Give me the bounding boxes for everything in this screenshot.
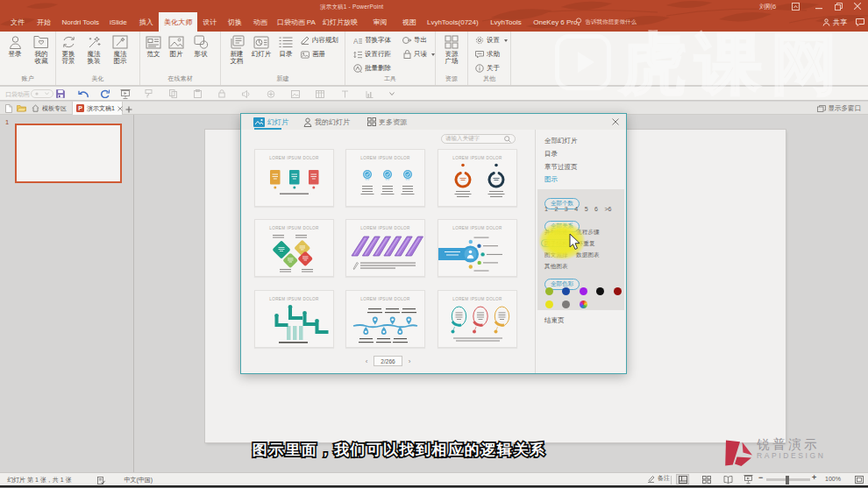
panel-divider[interactable] (133, 115, 134, 472)
qat-icon-lock[interactable] (217, 88, 227, 99)
qat-icon-speaker[interactable] (241, 88, 252, 99)
account-user-name[interactable]: 刘刚6 (759, 3, 776, 11)
sample-doc-button[interactable]: 范文 (141, 34, 166, 58)
zoom-in-button[interactable]: + (812, 473, 816, 482)
sidebar-item-all-slides[interactable]: 全部幻灯片 (544, 137, 578, 145)
undo-button[interactable] (78, 88, 89, 99)
qat-icon-format-painter[interactable] (143, 88, 153, 99)
qat-icon-shape[interactable] (266, 88, 276, 99)
template-card-5[interactable]: LOREM IPSUM DOLOR (345, 219, 425, 277)
color-dot-black[interactable] (596, 287, 604, 295)
settings-button[interactable]: 设置 (475, 36, 508, 45)
template-card-1[interactable]: LOREM IPSUM DOLOR (254, 149, 334, 207)
color-dot-green[interactable] (545, 287, 553, 295)
dialog-tab-slides[interactable]: 幻灯片 (253, 114, 288, 130)
template-card-6[interactable]: LOREM IPSUM DOLOR (438, 219, 517, 277)
magic-diagram-button[interactable]: 魔法图示 (108, 34, 132, 65)
save-button[interactable] (55, 88, 66, 99)
color-dot-rainbow[interactable] (580, 301, 587, 308)
tab-template-zone[interactable]: 模板专区 (28, 102, 70, 115)
tab-design[interactable]: 设计 (197, 12, 222, 32)
redo-button[interactable] (99, 88, 110, 99)
sidebar-item-end-pages[interactable]: 结束页 (544, 316, 565, 325)
template-card-4[interactable]: LOREM IPSUM DOLOR (254, 219, 334, 277)
count-2[interactable]: 2 (554, 206, 558, 212)
replace-font-button[interactable]: A 替换字体 (353, 36, 391, 45)
album-button[interactable]: 画册 (301, 50, 325, 59)
color-dot-darkred[interactable] (614, 287, 622, 295)
comments-icon[interactable] (856, 18, 864, 26)
tab-animations[interactable]: 动画 (248, 12, 273, 32)
new-file-icon[interactable] (4, 103, 14, 113)
qat-icon-text[interactable] (339, 88, 350, 99)
sidebar-item-diagrams[interactable]: 图示 (544, 175, 558, 184)
sidebar-item-toc[interactable]: 目录 (544, 150, 558, 159)
count-4[interactable]: 4 (574, 206, 578, 212)
qat-icon-chart[interactable] (364, 88, 374, 99)
tab-nordri-tools[interactable]: Nordri Tools (57, 12, 105, 32)
sidebar-item-section-pages[interactable]: 章节过渡页 (544, 163, 578, 172)
tab-file[interactable]: 文件 (5, 12, 30, 32)
qat-icon-paste[interactable] (192, 88, 203, 99)
minimize-button[interactable] (809, 0, 829, 12)
tab-view[interactable]: 视图 (397, 12, 422, 32)
qat-more-caret-icon[interactable] (387, 88, 397, 99)
language-status[interactable]: 中文(中国) (125, 476, 153, 484)
qat-icon-picture[interactable] (290, 88, 301, 99)
tab-review[interactable]: 审阅 (367, 12, 392, 32)
tab-lvyhtools-0724[interactable]: LvyhTools(0724) (422, 12, 484, 32)
dialog-tab-my-slides[interactable]: 我的幻灯片 (303, 114, 350, 130)
color-dot-yellow[interactable] (545, 301, 553, 308)
about-button[interactable]: 关于 (475, 64, 500, 73)
color-dot-purple[interactable] (580, 287, 587, 295)
slideshow-view-button[interactable] (742, 474, 755, 484)
reading-view-button[interactable] (722, 474, 735, 484)
color-dot-gray[interactable] (562, 301, 570, 308)
template-card-7[interactable]: LOREM IPSUM DOLOR (254, 290, 334, 348)
tab-meihua-dashi[interactable]: 美化大师 (159, 12, 197, 32)
tab-lvyhtools[interactable]: LvyhTools (485, 12, 527, 32)
new-document-button[interactable]: 新建文档 (224, 34, 249, 65)
pictures-button[interactable]: 图片 (164, 34, 189, 58)
change-background-button[interactable]: 更换背景 (56, 34, 81, 65)
qat-icon-copy[interactable] (167, 88, 178, 99)
zoom-level[interactable]: 100% (825, 476, 841, 482)
tab-slideshow[interactable]: 幻灯片放映 (317, 12, 363, 32)
start-slideshow-button[interactable] (120, 88, 131, 99)
login-button[interactable]: 登录 (3, 34, 27, 58)
slides-button[interactable]: 幻灯片 (249, 34, 274, 58)
show-multi-window-button[interactable]: 显示多窗口 (817, 102, 862, 115)
fit-to-window-button[interactable] (852, 474, 865, 484)
restore-button[interactable] (829, 0, 848, 12)
content-plan-button[interactable]: 内容规划 (301, 36, 338, 45)
tab-transitions[interactable]: 切换 (223, 12, 247, 32)
count-5[interactable]: 5 (585, 206, 588, 212)
open-folder-icon[interactable] (16, 103, 26, 113)
my-favorites-button[interactable]: 我的收藏 (29, 34, 53, 65)
tab-presentation1[interactable]: P 演示文稿1 (72, 102, 123, 115)
count-6[interactable]: 6 (594, 206, 598, 212)
color-dot-blue[interactable] (562, 287, 570, 295)
dialog-tab-more-resources[interactable]: 更多资源 (367, 114, 407, 130)
new-tab-plus-icon[interactable] (124, 104, 134, 114)
template-card-3[interactable]: LOREM IPSUM DOLOR (438, 149, 517, 207)
count-3[interactable]: 3 (565, 206, 568, 212)
count-6plus[interactable]: >6 (604, 206, 611, 212)
count-1[interactable]: 1 (544, 206, 548, 212)
share-button[interactable]: 共享 (822, 18, 847, 27)
plugin-spinner-disabled[interactable] (31, 89, 53, 98)
template-card-9[interactable]: LOREM IPSUM DOLOR (438, 290, 517, 348)
zoom-slider-thumb[interactable] (786, 476, 789, 484)
help-button[interactable]: 求助 (475, 50, 500, 59)
notes-button[interactable]: 备注 (647, 474, 670, 483)
tab-islide[interactable]: iSlide (104, 12, 132, 32)
spellcheck-icon[interactable] (97, 477, 105, 484)
template-card-8[interactable]: LOREM IPSUM DOLOR (345, 290, 425, 348)
next-page-button[interactable]: › (409, 357, 411, 365)
tab-home[interactable]: 开始 (32, 12, 56, 32)
tab-pocket-animation[interactable]: 口袋动画 PA (272, 12, 321, 32)
ribbon-display-options-button[interactable] (786, 0, 805, 12)
dialog-close-button[interactable] (611, 117, 620, 126)
readonly-button[interactable]: 只读 (402, 50, 435, 59)
close-window-button[interactable] (848, 0, 867, 12)
